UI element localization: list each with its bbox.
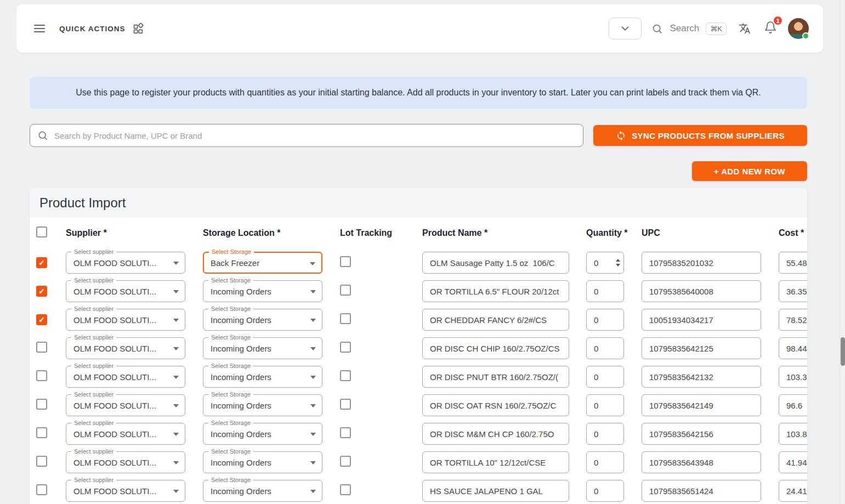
row-select-checkbox[interactable] bbox=[36, 257, 47, 268]
quantity-input[interactable] bbox=[586, 480, 624, 502]
product-name-input[interactable] bbox=[422, 423, 569, 445]
table-row: Select supplier OLM FOOD SOLUTI... Selec… bbox=[30, 334, 807, 363]
storage-select-value: Incoming Orders bbox=[211, 486, 271, 496]
quantity-input[interactable] bbox=[586, 309, 624, 331]
supplier-select[interactable]: Select supplier OLM FOOD SOLUTI... bbox=[66, 309, 185, 331]
row-select-checkbox[interactable] bbox=[36, 427, 47, 438]
col-header-cost: Cost * bbox=[779, 228, 807, 238]
upc-input[interactable] bbox=[642, 423, 761, 445]
row-select-checkbox[interactable] bbox=[36, 484, 47, 495]
storage-select[interactable]: Select Storage Incoming Orders bbox=[203, 480, 322, 502]
avatar[interactable] bbox=[788, 18, 809, 39]
quick-actions-button[interactable]: QUICK ACTIONS bbox=[59, 23, 144, 35]
storage-select[interactable]: Select Storage Incoming Orders bbox=[203, 309, 322, 331]
product-name-input[interactable] bbox=[422, 394, 569, 416]
upc-input[interactable] bbox=[642, 394, 761, 416]
supplier-select[interactable]: Select supplier OLM FOOD SOLUTI... bbox=[66, 423, 185, 445]
supplier-select[interactable]: Select supplier OLM FOOD SOLUTI... bbox=[66, 337, 185, 359]
lot-tracking-checkbox[interactable] bbox=[340, 484, 351, 495]
upc-input[interactable] bbox=[642, 337, 761, 359]
upc-input[interactable] bbox=[642, 309, 761, 331]
quantity-stepper[interactable] bbox=[616, 259, 620, 267]
cost-input[interactable] bbox=[779, 252, 807, 274]
topbar-dropdown-button[interactable] bbox=[609, 18, 642, 39]
lot-tracking-checkbox[interactable] bbox=[340, 285, 351, 296]
cost-input[interactable] bbox=[779, 394, 807, 416]
row-select-checkbox[interactable] bbox=[36, 342, 47, 353]
page-scrollbar[interactable] bbox=[840, 0, 845, 504]
cost-input[interactable] bbox=[779, 280, 807, 302]
storage-select[interactable]: Select Storage Incoming Orders bbox=[203, 423, 322, 445]
quantity-input[interactable] bbox=[586, 280, 624, 302]
cost-input[interactable] bbox=[779, 451, 807, 473]
lot-tracking-checkbox[interactable] bbox=[340, 256, 351, 267]
cost-input[interactable] bbox=[779, 423, 807, 445]
storage-select[interactable]: Select Storage Incoming Orders bbox=[203, 280, 322, 302]
row-select-checkbox[interactable] bbox=[36, 399, 47, 410]
product-name-input[interactable] bbox=[422, 337, 569, 359]
language-button[interactable] bbox=[736, 20, 753, 37]
quantity-input[interactable] bbox=[586, 423, 624, 445]
table-row: Select supplier OLM FOOD SOLUTI... Selec… bbox=[30, 277, 807, 305]
table-body: Select supplier OLM FOOD SOLUTI... Selec… bbox=[30, 248, 807, 504]
product-name-input[interactable] bbox=[422, 451, 569, 473]
supplier-select[interactable]: Select supplier OLM FOOD SOLUTI... bbox=[66, 480, 185, 502]
product-search-input[interactable] bbox=[53, 131, 576, 141]
cost-input[interactable] bbox=[779, 337, 807, 359]
cost-input[interactable] bbox=[779, 366, 807, 388]
select-all-checkbox[interactable] bbox=[36, 226, 47, 237]
add-new-row-button[interactable]: + ADD NEW ROW bbox=[692, 161, 807, 181]
upc-input[interactable] bbox=[642, 451, 761, 473]
lot-tracking-checkbox[interactable] bbox=[340, 342, 351, 353]
cost-input[interactable] bbox=[779, 480, 807, 502]
supplier-select-value: OLM FOOD SOLUTI... bbox=[73, 486, 156, 496]
row-select-checkbox[interactable] bbox=[36, 314, 47, 325]
supplier-select-label: Select supplier bbox=[71, 419, 116, 427]
upc-input[interactable] bbox=[642, 252, 761, 274]
upc-input[interactable] bbox=[642, 280, 761, 302]
lot-tracking-checkbox[interactable] bbox=[340, 456, 351, 467]
upc-input[interactable] bbox=[642, 366, 761, 388]
supplier-select[interactable]: Select supplier OLM FOOD SOLUTI... bbox=[66, 394, 185, 416]
hamburger-menu-button[interactable] bbox=[31, 20, 48, 37]
scrollbar-thumb[interactable] bbox=[841, 337, 845, 366]
quantity-input[interactable] bbox=[586, 451, 624, 473]
storage-select[interactable]: Select Storage Incoming Orders bbox=[203, 337, 322, 359]
row-select-checkbox[interactable] bbox=[36, 286, 47, 297]
row-select-checkbox[interactable] bbox=[36, 456, 47, 467]
supplier-select[interactable]: Select supplier OLM FOOD SOLUTI... bbox=[66, 280, 185, 302]
stepper-up-icon[interactable] bbox=[616, 259, 620, 262]
global-search-button[interactable]: Search ⌘K bbox=[651, 22, 727, 35]
supplier-select-value: OLM FOOD SOLUTI... bbox=[73, 258, 156, 268]
supplier-select[interactable]: Select supplier OLM FOOD SOLUTI... bbox=[66, 366, 185, 388]
product-name-input[interactable] bbox=[422, 309, 569, 331]
lot-tracking-checkbox[interactable] bbox=[340, 313, 351, 324]
product-name-input[interactable] bbox=[422, 480, 569, 502]
quantity-input[interactable] bbox=[586, 394, 624, 416]
row-select-checkbox[interactable] bbox=[36, 370, 47, 381]
product-name-input[interactable] bbox=[422, 366, 569, 388]
quantity-input[interactable] bbox=[586, 337, 624, 359]
supplier-select-value: OLM FOOD SOLUTI... bbox=[73, 372, 156, 382]
chevron-down-icon bbox=[619, 22, 631, 35]
lot-tracking-checkbox[interactable] bbox=[340, 370, 351, 381]
storage-select[interactable]: Select Storage Incoming Orders bbox=[203, 366, 322, 388]
lot-tracking-checkbox[interactable] bbox=[340, 399, 351, 410]
storage-select[interactable]: Select Storage Back Freezer bbox=[203, 252, 322, 274]
product-name-input[interactable] bbox=[422, 252, 569, 274]
supplier-select[interactable]: Select supplier OLM FOOD SOLUTI... bbox=[66, 252, 185, 274]
lot-tracking-checkbox[interactable] bbox=[340, 427, 351, 438]
supplier-select-label: Select supplier bbox=[71, 390, 116, 398]
upc-input[interactable] bbox=[642, 480, 761, 502]
storage-select[interactable]: Select Storage Incoming Orders bbox=[203, 451, 322, 473]
stepper-down-icon[interactable] bbox=[616, 264, 620, 267]
storage-select[interactable]: Select Storage Incoming Orders bbox=[203, 394, 322, 416]
table-row: Select supplier OLM FOOD SOLUTI... Selec… bbox=[30, 305, 807, 334]
storage-select-label: Select Storage bbox=[208, 448, 253, 455]
quantity-input[interactable] bbox=[586, 366, 624, 388]
notifications-button[interactable]: 1 bbox=[763, 20, 778, 37]
cost-input[interactable] bbox=[779, 309, 807, 331]
sync-products-button[interactable]: SYNC PRODUCTS FROM SUPPLIERS bbox=[593, 125, 807, 146]
product-name-input[interactable] bbox=[422, 280, 569, 302]
supplier-select[interactable]: Select supplier OLM FOOD SOLUTI... bbox=[66, 451, 185, 473]
